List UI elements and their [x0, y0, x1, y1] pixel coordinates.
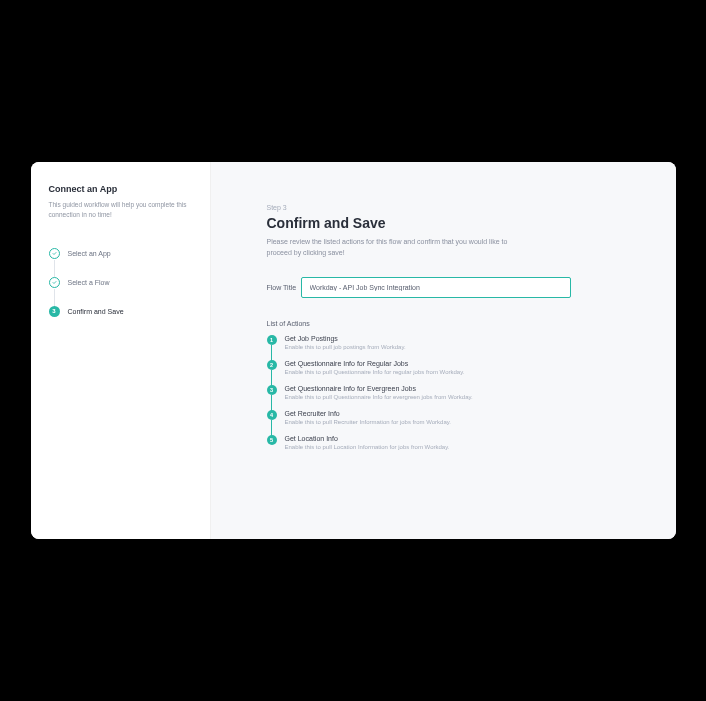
- action-title: Get Job Postings: [285, 335, 620, 342]
- step-confirm-save[interactable]: 3 Confirm and Save: [49, 306, 192, 317]
- step-label: Select an App: [68, 250, 111, 257]
- step-select-app[interactable]: Select an App: [49, 248, 192, 259]
- flow-title-label: Flow Title: [267, 284, 297, 291]
- sidebar: Connect an App This guided workflow will…: [31, 162, 211, 539]
- flow-title-input[interactable]: [301, 277, 571, 298]
- step-number-icon: 3: [267, 385, 277, 395]
- action-title: Get Questionnaire Info for Regular Jobs: [285, 360, 620, 367]
- action-description: Enable this to pull job postings from Wo…: [285, 344, 620, 350]
- list-item: 5 Get Location Info Enable this to pull …: [267, 435, 620, 450]
- step-select-flow[interactable]: Select a Flow: [49, 277, 192, 288]
- action-description: Enable this to pull Questionnaire Info f…: [285, 394, 620, 400]
- action-description: Enable this to pull Recruiter Informatio…: [285, 419, 620, 425]
- check-icon: [49, 277, 60, 288]
- action-title: Get Questionnaire Info for Evergreen Job…: [285, 385, 620, 392]
- step-tag: Step 3: [267, 204, 620, 211]
- check-icon: [49, 248, 60, 259]
- page-title: Confirm and Save: [267, 215, 620, 231]
- step-label: Confirm and Save: [68, 308, 124, 315]
- list-item: 2 Get Questionnaire Info for Regular Job…: [267, 360, 620, 375]
- action-title: Get Location Info: [285, 435, 620, 442]
- step-number-icon: 4: [267, 410, 277, 420]
- list-item: 3 Get Questionnaire Info for Evergreen J…: [267, 385, 620, 400]
- actions-list: 1 Get Job Postings Enable this to pull j…: [267, 335, 620, 450]
- step-label: Select a Flow: [68, 279, 110, 286]
- step-number-icon: 2: [267, 360, 277, 370]
- sidebar-description: This guided workflow will help you compl…: [49, 200, 192, 220]
- step-number-icon: 1: [267, 335, 277, 345]
- wizard-window: Connect an App This guided workflow will…: [31, 162, 676, 539]
- sidebar-title: Connect an App: [49, 184, 192, 194]
- actions-list-label: List of Actions: [267, 320, 620, 327]
- page-description: Please review the listed actions for thi…: [267, 237, 527, 258]
- list-item: 4 Get Recruiter Info Enable this to pull…: [267, 410, 620, 425]
- step-list: Select an App Select a Flow 3 Confirm an…: [49, 248, 192, 317]
- action-description: Enable this to pull Questionnaire Info f…: [285, 369, 620, 375]
- action-description: Enable this to pull Location Information…: [285, 444, 620, 450]
- step-number-icon: 3: [49, 306, 60, 317]
- action-title: Get Recruiter Info: [285, 410, 620, 417]
- list-item: 1 Get Job Postings Enable this to pull j…: [267, 335, 620, 350]
- step-number-icon: 5: [267, 435, 277, 445]
- main-panel: Step 3 Confirm and Save Please review th…: [211, 162, 676, 539]
